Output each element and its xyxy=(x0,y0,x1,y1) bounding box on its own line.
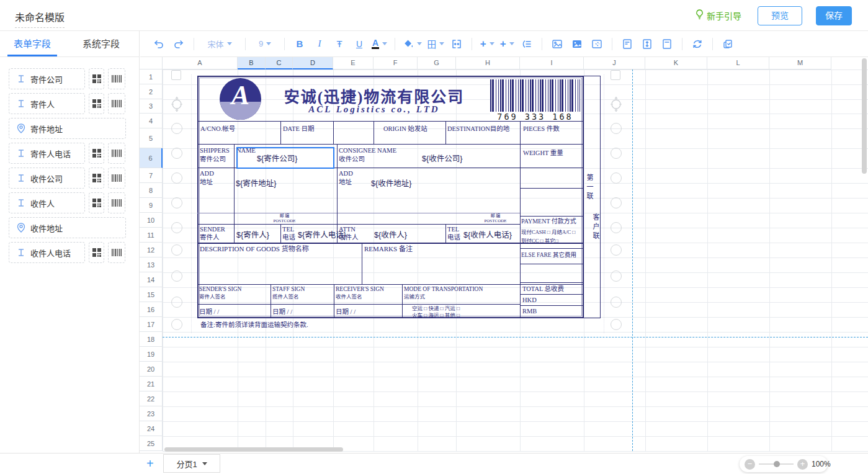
sidebar-field-item[interactable]: 寄件公司 xyxy=(9,68,85,89)
strikethrough-button[interactable]: Ŧ xyxy=(332,36,347,52)
column-header-E[interactable]: E xyxy=(333,57,374,69)
row-header-12[interactable]: 12 xyxy=(140,243,163,257)
watermark-button[interactable] xyxy=(589,36,604,52)
qr-code-button[interactable] xyxy=(89,68,104,89)
column-header-H[interactable]: H xyxy=(456,57,520,69)
qr-code-button[interactable] xyxy=(89,192,104,213)
column-header-G[interactable]: G xyxy=(418,57,456,69)
qr-code-button[interactable] xyxy=(89,242,104,263)
underline-button[interactable]: U xyxy=(352,36,367,52)
horizontal-scrollbar[interactable] xyxy=(164,447,343,452)
row-header-16[interactable]: 16 xyxy=(140,302,163,317)
tab-form-fields[interactable]: 表单字段 xyxy=(14,31,51,56)
column-header-C[interactable]: C xyxy=(266,57,293,69)
zoom-slider-thumb[interactable] xyxy=(774,461,780,467)
sheet-tab[interactable]: 分页1 xyxy=(163,454,220,473)
zoom-out-button[interactable]: − xyxy=(745,459,755,470)
column-header-B[interactable]: B xyxy=(238,57,266,69)
sidebar-field-item[interactable]: 寄件地址 xyxy=(9,118,126,139)
vertical-scrollbar[interactable] xyxy=(862,58,867,174)
italic-button[interactable]: I xyxy=(312,36,327,52)
sidebar-field-item[interactable]: 寄件人 xyxy=(9,93,85,114)
row-header-4[interactable]: 4 xyxy=(140,114,163,128)
row-header-11[interactable]: 11 xyxy=(140,228,163,243)
qr-code-button[interactable] xyxy=(89,93,104,114)
row-header-20[interactable]: 20 xyxy=(140,362,163,377)
page-setup-button[interactable] xyxy=(660,36,674,52)
row-header-8[interactable]: 8 xyxy=(140,183,163,198)
tab-system-fields[interactable]: 系统字段 xyxy=(83,31,120,56)
row-header-10[interactable]: 10 xyxy=(140,213,163,228)
row-header-6[interactable]: 6 xyxy=(140,148,163,168)
column-header-J[interactable]: J xyxy=(584,57,645,69)
row-height-button[interactable] xyxy=(640,36,655,52)
barcode-button[interactable] xyxy=(108,68,125,89)
row-header-15[interactable]: 15 xyxy=(140,287,163,302)
add-sheet-button[interactable]: + xyxy=(146,457,154,471)
redo-button[interactable] xyxy=(171,36,186,52)
barcode-button[interactable] xyxy=(108,192,125,213)
font-color-button[interactable]: A xyxy=(372,36,387,52)
row-header-23[interactable]: 23 xyxy=(140,406,163,421)
sidebar-field-item[interactable]: 收件人电话 xyxy=(9,242,85,263)
borders-button[interactable]: 田 xyxy=(427,36,444,52)
row-header-14[interactable]: 14 xyxy=(140,272,163,287)
row-header-3[interactable]: 3 xyxy=(140,99,163,114)
toolbar-separator xyxy=(395,38,395,50)
sidebar-field-item[interactable]: 收件地址 xyxy=(9,217,126,238)
row-header-21[interactable]: 21 xyxy=(140,377,163,391)
print-area-button[interactable] xyxy=(620,36,635,52)
undo-button[interactable] xyxy=(151,36,166,52)
column-header-A[interactable]: A xyxy=(163,57,238,69)
column-header-M[interactable]: M xyxy=(769,57,831,69)
merge-cells-button[interactable] xyxy=(449,36,464,52)
delete-rows-button[interactable] xyxy=(519,36,534,52)
barcode-button[interactable] xyxy=(108,143,125,164)
insert-image-button[interactable] xyxy=(550,36,565,52)
duplicate-page-button[interactable] xyxy=(720,36,735,52)
row-header-1[interactable]: 1 xyxy=(140,69,163,84)
template-title[interactable]: 未命名模版 xyxy=(15,9,65,28)
zoom-slider[interactable] xyxy=(759,463,794,465)
sidebar-field-item[interactable]: 收件人 xyxy=(9,192,85,213)
row-header-22[interactable]: 22 xyxy=(140,391,163,406)
preview-button[interactable]: 预览 xyxy=(758,6,802,25)
qr-code-button[interactable] xyxy=(89,143,104,164)
refresh-button[interactable] xyxy=(690,36,705,52)
sidebar-field-item[interactable]: 寄件人电话 xyxy=(9,143,85,164)
insert-image-filled-button[interactable] xyxy=(570,36,584,52)
zoom-in-button[interactable]: + xyxy=(797,459,808,470)
row-header-9[interactable]: 9 xyxy=(140,198,163,213)
fill-color-button[interactable] xyxy=(403,36,422,52)
barcode-button[interactable] xyxy=(108,93,125,114)
column-header-L[interactable]: L xyxy=(707,57,769,69)
beginner-guide-link[interactable]: 新手引导 xyxy=(695,9,741,22)
spreadsheet-canvas[interactable]: A 安诚(迅捷)物流有限公司 ACL Logistics co., LTD 76… xyxy=(140,57,868,453)
insert-row-button[interactable]: + xyxy=(480,36,494,52)
grid-corner[interactable] xyxy=(140,57,163,69)
row-header-13[interactable]: 13 xyxy=(140,257,163,272)
insert-column-button[interactable]: + xyxy=(499,36,514,52)
column-header-F[interactable]: F xyxy=(374,57,418,69)
barcode-button[interactable] xyxy=(108,242,125,263)
text-field-icon xyxy=(17,99,25,108)
row-header-25[interactable]: 25 xyxy=(140,436,163,451)
row-header-7[interactable]: 7 xyxy=(140,168,163,183)
save-button[interactable]: 保存 xyxy=(816,6,852,25)
font-size-select[interactable]: 9 xyxy=(253,36,277,52)
row-header-19[interactable]: 19 xyxy=(140,347,163,362)
barcode-button[interactable] xyxy=(108,168,125,189)
sidebar-field-item[interactable]: 收件公司 xyxy=(9,168,85,189)
column-header-D[interactable]: D xyxy=(293,57,333,69)
row-header-2[interactable]: 2 xyxy=(140,84,163,99)
row-header-17[interactable]: 17 xyxy=(140,317,163,332)
bold-button[interactable]: B xyxy=(292,36,307,52)
row-header-24[interactable]: 24 xyxy=(140,421,163,436)
row-header-18[interactable]: 18 xyxy=(140,332,163,347)
column-header-K[interactable]: K xyxy=(645,57,707,69)
toolbar-separator xyxy=(712,38,713,50)
qr-code-button[interactable] xyxy=(89,168,104,189)
row-header-5[interactable]: 5 xyxy=(140,128,163,148)
font-family-select[interactable]: 宋体 xyxy=(202,36,238,52)
column-header-I[interactable]: I xyxy=(520,57,584,69)
